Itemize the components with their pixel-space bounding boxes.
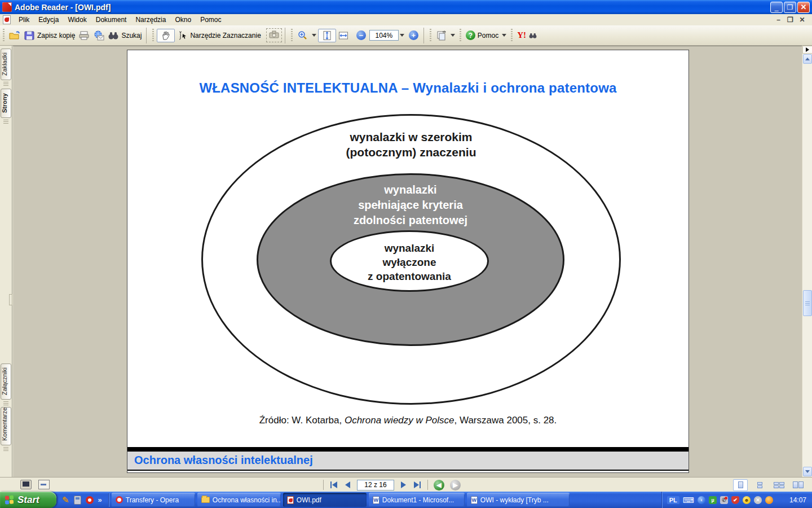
task-button-owi-pdf[interactable]: OWI.pdf — [283, 493, 367, 507]
zoom-level-field[interactable]: 104% — [369, 30, 399, 41]
export-pages-button[interactable] — [434, 29, 457, 42]
windows-taskbar: Start ✎ » Transfery - Opera Ochrona włas… — [0, 492, 812, 508]
document-pane[interactable]: WŁASNOŚĆ INTELEKTUALNA – Wynalazki i och… — [13, 46, 802, 477]
search-label: Szukaj — [121, 32, 142, 40]
mdi-minimize-button[interactable]: – — [774, 16, 783, 24]
vertical-scrollbar[interactable] — [802, 46, 812, 477]
binoculars-icon — [528, 30, 537, 41]
fit-page-button[interactable] — [318, 29, 336, 42]
snapshot-tool-button[interactable] — [266, 28, 282, 42]
start-label: Start — [17, 494, 39, 506]
help-button[interactable]: ? Pomoc — [464, 29, 508, 41]
task-button-ochrona-folder[interactable]: Ochrona własności in... — [197, 493, 281, 507]
source-citation: Źródło: W. Kotarba, Ochrona wiedzy w Pol… — [127, 415, 689, 426]
zoom-in-tool-button[interactable] — [295, 29, 318, 42]
source-title-italic: Ochrona wiedzy w Polsce — [345, 415, 454, 426]
utorrent-tray-icon[interactable]: µ — [709, 496, 717, 504]
next-view-button[interactable]: ▶ — [450, 480, 461, 491]
window-view-button[interactable] — [38, 480, 50, 489]
zoom-dropdown-arrow[interactable] — [312, 34, 316, 37]
facing-layout-button[interactable] — [791, 479, 805, 491]
yahoo-search-button[interactable]: Y! — [515, 29, 539, 42]
open-folder-icon — [9, 30, 20, 41]
scroll-up-button[interactable] — [803, 54, 812, 64]
yahoo-icon: Y! — [517, 30, 526, 40]
open-button[interactable] — [7, 29, 22, 42]
select-tool-button[interactable]: Narzędzie Zaznaczanie — [175, 29, 262, 42]
menu-narzedzia[interactable]: Narzędzia — [131, 15, 170, 25]
security-shield-icon[interactable]: ✔ — [731, 496, 739, 504]
toolbar-separator — [285, 28, 285, 43]
zoom-out-button[interactable]: − — [356, 30, 366, 40]
toolbar-grip[interactable] — [510, 29, 513, 42]
start-button[interactable]: Start — [0, 492, 56, 508]
magnifier-plus-icon — [297, 30, 308, 41]
save-copy-button[interactable]: Zapisz kopię — [22, 29, 77, 42]
previous-page-button[interactable] — [344, 480, 351, 489]
opera-icon[interactable] — [86, 496, 94, 504]
sun-face-tray-icon[interactable]: ☻ — [743, 496, 751, 504]
winamp-icon[interactable]: ✎ — [62, 495, 69, 505]
next-page-button[interactable] — [400, 480, 407, 489]
system-tray: PL ⌨ ‹ µ ✆ ✔ ☻ ✕ 14:07 — [661, 492, 812, 508]
tab-zalaczniki[interactable]: Załączniki — [1, 364, 11, 400]
fit-width-button[interactable] — [336, 29, 351, 42]
calculator-icon[interactable] — [74, 496, 81, 505]
device-tray-icon[interactable]: ✆ — [720, 496, 728, 504]
fit-width-icon — [338, 30, 349, 41]
fullscreen-view-button[interactable] — [20, 480, 32, 489]
zoom-level-dropdown-arrow[interactable] — [400, 34, 404, 37]
task-button-owi-wyklady[interactable]: W OWI - wykłady [Tryb ... — [467, 493, 570, 507]
document-icon[interactable] — [3, 15, 11, 24]
quick-launch-overflow-chevron[interactable]: » — [98, 496, 102, 504]
task-button-transfery-opera[interactable]: Transfery - Opera — [112, 493, 195, 507]
tab-zakladki[interactable]: Zakładki — [1, 49, 11, 80]
close-button[interactable]: ✕ — [797, 2, 810, 13]
menu-edycja[interactable]: Edycja — [34, 15, 63, 25]
zoom-in-button[interactable]: + — [409, 30, 418, 40]
hand-tool-button[interactable] — [157, 29, 175, 42]
mdi-close-button[interactable]: ✕ — [797, 16, 807, 24]
scrollbar-thumb[interactable] — [803, 290, 812, 316]
continuous-facing-layout-button[interactable] — [771, 479, 786, 491]
language-indicator[interactable]: PL — [667, 496, 679, 504]
export-dropdown-arrow[interactable] — [451, 34, 455, 37]
pane-splitter-handle[interactable] — [9, 294, 12, 305]
keyboard-layout-icon[interactable]: ⌨ — [683, 496, 694, 504]
first-page-button[interactable] — [329, 480, 338, 489]
search-button[interactable]: Szukaj — [106, 29, 143, 42]
email-button[interactable] — [91, 29, 106, 42]
menu-okno[interactable]: Okno — [170, 15, 196, 25]
tab-komentarze[interactable]: Komentarze — [1, 407, 11, 445]
single-page-layout-button[interactable] — [733, 479, 748, 491]
offline-tray-icon[interactable]: ✕ — [754, 496, 762, 504]
menu-dokument[interactable]: Dokument — [91, 15, 131, 25]
colored-squares-tray-icon[interactable] — [776, 496, 784, 504]
scrollbar-menu-button[interactable] — [802, 46, 812, 54]
menu-widok[interactable]: Widok — [63, 15, 91, 25]
last-page-button[interactable] — [413, 480, 422, 489]
menu-pomoc[interactable]: Pomoc — [196, 15, 226, 25]
toolbar-grip[interactable] — [2, 29, 5, 42]
print-button[interactable] — [77, 29, 91, 42]
hide-icons-chevron[interactable]: ‹ — [698, 496, 705, 504]
toolbar-grip[interactable] — [290, 29, 293, 42]
menu-plik[interactable]: Plik — [14, 15, 34, 25]
scroll-down-button[interactable] — [803, 467, 812, 476]
help-dropdown-arrow[interactable] — [502, 34, 506, 37]
previous-view-button[interactable]: ◀ — [434, 480, 444, 491]
mdi-restore-button[interactable]: ❐ — [785, 16, 795, 24]
folder-icon — [201, 497, 210, 503]
page-number-field[interactable]: 12 z 16 — [357, 480, 394, 491]
toolbar-grip[interactable] — [429, 29, 432, 42]
continuous-layout-button[interactable] — [752, 479, 767, 491]
minimize-button[interactable]: _ — [770, 2, 783, 13]
restore-button[interactable]: ❐ — [784, 2, 796, 13]
task-button-dokument1-word[interactable]: W Dokument1 - Microsof... — [369, 493, 465, 507]
tab-strony[interactable]: Strony — [1, 89, 11, 118]
toolbar-grip[interactable] — [459, 29, 462, 42]
toolbar-grip[interactable] — [152, 29, 155, 42]
help-label: Pomoc — [478, 32, 498, 40]
select-tool-label: Narzędzie Zaznaczanie — [190, 32, 261, 40]
sun-tray-icon[interactable] — [765, 496, 773, 504]
